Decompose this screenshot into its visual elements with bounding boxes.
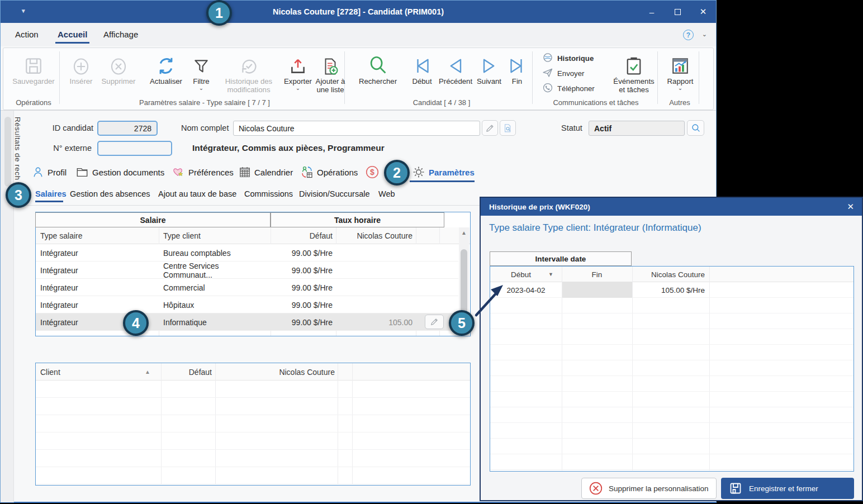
add-to-list-button[interactable]: Ajouter à une liste: [314, 50, 347, 94]
edit-name-button[interactable]: [482, 120, 498, 136]
title-bar: ▾ Nicolas Couture [2728] - Candidat (PRI…: [1, 1, 716, 23]
filter-button[interactable]: Filtre ⌄: [188, 50, 215, 91]
menu-tab-accueil[interactable]: Accueil: [55, 28, 89, 44]
empty-row[interactable]: [36, 450, 470, 467]
empty-row[interactable]: [36, 398, 470, 415]
table-row[interactable]: Intégrateur Hôpitaux 99.00 $/Hre: [36, 296, 458, 313]
next-icon: [473, 50, 505, 77]
ribbon-group-candidat: Candidat [ 4 / 38 ]: [351, 98, 532, 107]
col-type-client[interactable]: Type client: [163, 227, 269, 244]
empty-row[interactable]: [36, 432, 470, 450]
subtab-web[interactable]: Web: [378, 189, 395, 198]
previous-record-button[interactable]: Précédent: [435, 50, 476, 85]
next-record-button[interactable]: Suivant: [473, 50, 505, 85]
price-history-row[interactable]: 2023-04-02 105.00 $/Hre: [490, 282, 853, 298]
help-icon[interactable]: ?: [683, 30, 694, 40]
phone-button[interactable]: Téléphoner: [542, 82, 595, 95]
subtab-ajout-taux[interactable]: Ajout au taux de base: [158, 189, 236, 198]
menu-tab-action[interactable]: Action: [13, 28, 41, 40]
maximize-button[interactable]: [665, 1, 690, 23]
remove-customization-button[interactable]: Supprimer la personnalisation: [581, 478, 717, 499]
dialog-close-button[interactable]: ✕: [847, 202, 854, 212]
callout-5: 5: [449, 310, 475, 336]
chevron-down-icon[interactable]: ⌄: [702, 31, 707, 38]
scroll-up-icon[interactable]: ▲: [461, 230, 467, 236]
statut-label: Statut: [561, 123, 582, 132]
col-client[interactable]: Client: [40, 363, 146, 381]
empty-row[interactable]: [490, 345, 853, 360]
col-fin[interactable]: Fin: [562, 267, 632, 282]
search-button[interactable]: Rechercher: [351, 50, 405, 85]
nom-complet-field[interactable]: Nicolas Couture: [233, 121, 480, 136]
pencil-icon: [485, 123, 495, 133]
tab-operations[interactable]: Opérations: [300, 164, 358, 180]
first-record-button[interactable]: Début: [407, 50, 437, 85]
chevron-down-icon: ⌄: [663, 85, 698, 91]
filter-down-icon[interactable]: ▼: [548, 267, 559, 282]
events-tasks-button[interactable]: Événements et tâches: [610, 50, 657, 94]
empty-row[interactable]: [36, 415, 470, 432]
table-row[interactable]: Intégrateur Commercial 99.00 $/Hre: [36, 279, 458, 296]
col-defaut[interactable]: Défaut: [271, 227, 333, 244]
empty-row[interactable]: [490, 392, 853, 407]
tab-parametres[interactable]: Paramètres: [412, 164, 475, 180]
empty-row[interactable]: [490, 329, 853, 345]
empty-row[interactable]: [490, 454, 853, 470]
col-nicolas-couture[interactable]: Nicolas Couture: [220, 363, 335, 381]
results-panel-handle[interactable]: [4, 117, 11, 187]
empty-row[interactable]: [490, 360, 853, 376]
subtab-salaires[interactable]: Salaires: [35, 189, 67, 198]
close-button[interactable]: ✕: [690, 1, 716, 23]
paper-plane-icon: [542, 67, 553, 80]
table-row-selected[interactable]: Intégrateur Informatique 99.00 $/Hre 105…: [36, 313, 458, 331]
report-button[interactable]: Rapport ⌄: [663, 50, 698, 91]
send-button[interactable]: Envoyer: [542, 66, 584, 80]
previous-icon: [435, 50, 476, 77]
menu-tab-affichage[interactable]: Affichage: [101, 28, 140, 40]
col-nicolas-couture[interactable]: Nicolas Couture: [336, 227, 412, 244]
save-close-button[interactable]: Enregistrer et fermer: [721, 478, 854, 499]
col-defaut[interactable]: Défaut: [164, 363, 212, 381]
tab-paie[interactable]: $: [365, 164, 383, 180]
active-tab-underline: [410, 180, 475, 182]
insert-button[interactable]: Insérer: [65, 50, 97, 85]
empty-row[interactable]: [36, 381, 470, 398]
empty-row[interactable]: [490, 423, 853, 439]
subtab-commissions[interactable]: Commissions: [244, 189, 293, 198]
quick-access-icon[interactable]: ▾: [22, 7, 25, 15]
results-panel-tab[interactable]: Résultats de rech: [13, 117, 22, 180]
tab-profil[interactable]: Profil: [32, 164, 67, 180]
history-button[interactable]: Historique: [542, 51, 594, 65]
minimize-button[interactable]: –: [639, 1, 665, 23]
save-button[interactable]: Sauvegarder: [8, 50, 59, 85]
view-document-button[interactable]: [500, 120, 516, 136]
sort-asc-icon[interactable]: ▲: [145, 363, 156, 381]
subtab-gestion-absences[interactable]: Gestion des absences: [70, 189, 150, 198]
scrollbar-thumb[interactable]: [461, 249, 467, 319]
last-record-button[interactable]: Fin: [506, 50, 528, 85]
empty-row[interactable]: [490, 439, 853, 454]
ribbon-separator: [699, 51, 699, 104]
tab-preferences[interactable]: Préférences: [172, 164, 234, 180]
id-candidat-field[interactable]: 2728: [97, 121, 158, 136]
no-externe-field[interactable]: [97, 141, 172, 156]
col-type-salaire[interactable]: Type salaire: [40, 227, 152, 244]
edit-rate-button[interactable]: [425, 315, 444, 329]
export-button[interactable]: Exporter ⌄: [281, 50, 315, 91]
empty-row[interactable]: [36, 467, 470, 484]
tab-calendrier[interactable]: Calendrier: [239, 164, 293, 180]
empty-row[interactable]: [490, 313, 853, 329]
modification-history-button[interactable]: Historique des modifications: [217, 50, 281, 94]
col-nicolas-couture[interactable]: Nicolas Couture: [632, 267, 705, 282]
refresh-button[interactable]: Actualiser: [144, 50, 188, 85]
table-row[interactable]: Intégrateur Centre Services Communaut...…: [36, 261, 458, 279]
empty-row[interactable]: [490, 376, 853, 392]
tab-gestion-documents[interactable]: Gestion documents: [75, 164, 164, 180]
delete-button[interactable]: Supprimer: [97, 50, 140, 85]
table-row[interactable]: Intégrateur Bureau comptables 99.00 $/Hr…: [36, 244, 458, 261]
statut-search-button[interactable]: [687, 120, 704, 136]
empty-row[interactable]: [490, 407, 853, 423]
empty-row[interactable]: [490, 298, 853, 313]
statut-field[interactable]: Actif: [589, 121, 685, 136]
subtab-division[interactable]: Division/Succursale: [299, 189, 370, 198]
